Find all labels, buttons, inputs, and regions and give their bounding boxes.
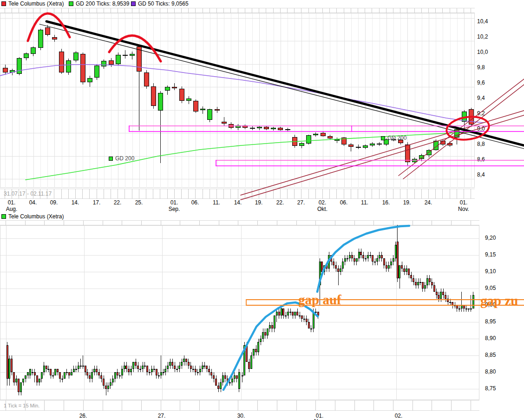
candle-body	[292, 312, 294, 315]
candle-body	[66, 60, 71, 72]
candle-body	[86, 372, 88, 375]
ruler-tick	[329, 8, 330, 13]
candle-body	[17, 58, 22, 74]
ruler-tick	[335, 221, 335, 225]
ruler-tick	[83, 221, 84, 225]
ruler-tick	[421, 189, 422, 199]
ruler-tick	[386, 189, 386, 199]
candle-wick	[276, 308, 277, 322]
legend-item-gd200: GD 200 Ticks: 8,9539	[76, 0, 129, 7]
ruler-tick	[160, 189, 160, 199]
ruler-tick	[351, 8, 351, 13]
candle-body	[61, 379, 63, 380]
candle-body	[139, 369, 141, 370]
candle-body	[206, 366, 208, 369]
ruler-tick	[277, 221, 277, 225]
ruler-tick	[54, 189, 54, 199]
candle-body	[367, 255, 369, 258]
gridline-vertical	[443, 13, 443, 188]
candle-body	[66, 372, 68, 373]
candle-body	[426, 278, 428, 285]
candle-body	[71, 372, 72, 375]
gridline-vertical	[330, 13, 330, 188]
candle-body	[306, 319, 308, 322]
ruler-tick	[296, 400, 297, 411]
ruler-tick	[153, 189, 153, 199]
candle-body	[260, 339, 262, 342]
ruler-tick	[210, 189, 210, 199]
ruler-tick	[358, 189, 358, 199]
x-axis-date-label: 22.	[276, 199, 284, 206]
ruler-tick	[219, 400, 219, 411]
candle-body	[413, 278, 414, 282]
gridline-vertical	[259, 13, 260, 188]
candle-body	[59, 52, 64, 72]
gridline-vertical	[245, 13, 246, 188]
ruler-tick	[83, 400, 84, 411]
candle-body	[250, 355, 252, 369]
candle-body	[347, 258, 348, 259]
candle-body	[43, 366, 45, 372]
candle-body	[215, 109, 220, 111]
candle-body	[156, 369, 157, 375]
candle-wick	[80, 359, 81, 369]
candle-body	[13, 372, 15, 382]
ruler-tick	[432, 221, 432, 225]
ruler-tick	[335, 400, 335, 411]
intraday-chart-plot-area[interactable]	[0, 225, 479, 400]
candle-body	[229, 124, 234, 128]
candle-body	[412, 159, 417, 162]
candle-body	[405, 144, 410, 162]
x-axis-date-label: 17.	[93, 199, 101, 206]
candle-body	[462, 112, 467, 122]
candle-body	[238, 372, 240, 389]
y-axis-tick-label: 9,2	[477, 110, 485, 117]
ruler-tick	[203, 8, 203, 13]
x-axis-date-label: 14.	[72, 199, 79, 206]
ruler-tick	[111, 189, 111, 199]
candle-body	[292, 137, 297, 146]
ruler-tick	[393, 221, 393, 225]
ruler-tick	[75, 189, 76, 199]
candle-body	[354, 258, 355, 262]
gridline-horizontal	[0, 322, 479, 322]
gridline-vertical	[393, 13, 394, 188]
ruler-tick	[315, 189, 316, 199]
ruler-tick	[146, 189, 146, 199]
ruler-tick	[238, 8, 238, 13]
daily-chart-plot-area[interactable]	[0, 13, 475, 188]
gridline-vertical	[47, 13, 48, 188]
ruler-tick	[435, 189, 436, 199]
candle-body	[38, 30, 43, 48]
gridline-horizontal	[0, 355, 479, 356]
candle-body	[271, 325, 273, 328]
ruler-tick	[124, 189, 125, 199]
candle-body	[130, 369, 132, 372]
x-axis-date-label: 14.	[234, 199, 242, 206]
ruler-tick	[118, 8, 118, 13]
y-axis-tick-label: 8,4	[477, 171, 485, 178]
bottom-chart-lower-ruler	[0, 400, 479, 411]
ruler-tick	[354, 221, 355, 225]
candle-body	[257, 127, 262, 128]
y-axis-tick-label: 9,15	[485, 251, 496, 258]
ruler-tick	[132, 8, 132, 13]
gridline-day-boundary	[241, 226, 242, 400]
ruler-tick	[296, 221, 297, 225]
candle-body	[224, 375, 226, 379]
candle-body	[334, 139, 340, 141]
candle-body	[52, 37, 57, 39]
candle-body	[114, 372, 116, 379]
ruler-tick	[181, 189, 182, 199]
ruler-tick	[82, 8, 83, 13]
candle-body	[181, 362, 183, 365]
ruler-tick	[315, 8, 316, 13]
gridline-vertical	[104, 13, 105, 188]
candle-body	[236, 125, 241, 128]
candle-body	[34, 372, 36, 375]
candle-body	[393, 258, 394, 262]
gridline-horizontal	[0, 18, 474, 19]
candle-body	[348, 144, 354, 147]
candle-wick	[83, 355, 83, 369]
candle-wick	[132, 52, 132, 59]
